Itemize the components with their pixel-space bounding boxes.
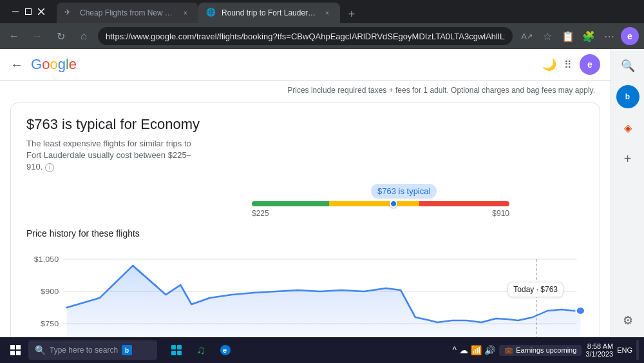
toolbar-right: A↗ ☆ 📋 🧩 ⋯ e xyxy=(518,27,639,45)
tab-2-label: Round trip to Fort Lauderdale |... xyxy=(222,8,317,17)
tray-onedrive-icon[interactable]: ☁ xyxy=(459,345,468,355)
earnings-icon: 💼 xyxy=(504,346,513,355)
tray-wifi-icon[interactable]: 📶 xyxy=(471,345,482,355)
typical-price-card: $763 is typical for Economy The least ex… xyxy=(10,103,600,337)
collections-button[interactable]: 📋 xyxy=(559,27,577,45)
price-bar-row xyxy=(252,201,509,206)
taskbar-search[interactable]: 🔍 Type here to search b xyxy=(28,340,157,360)
taskbar-widgets-button[interactable] xyxy=(165,338,188,362)
google-header-right: 🌙 ⠿ e xyxy=(542,54,600,75)
edge-sidebar: 🔍 b ◈ + ⚙ xyxy=(611,49,644,337)
bing-icon: b xyxy=(122,345,132,355)
today-badge: Today · $763 xyxy=(507,282,564,297)
tab-1-label: Cheap Flights from New York to... xyxy=(80,8,175,17)
taskbar-search-icon: 🔍 xyxy=(35,345,46,355)
prices-note: Prices include required taxes + fees for… xyxy=(0,81,611,97)
taskbar-spotify-button[interactable]: ♫ xyxy=(189,338,213,362)
chart-title: Price history for these flights xyxy=(26,228,584,239)
sidebar-office-icon[interactable]: ◈ xyxy=(616,116,639,139)
system-clock[interactable]: 8:58 AM 3/1/2023 xyxy=(585,342,613,358)
tab-bar: ✈ Cheap Flights from New York to... × 🌐 … xyxy=(0,0,644,23)
price-labels: $225 $910 xyxy=(252,209,509,218)
typical-price-desc: The least expensive flights for similar … xyxy=(26,138,207,173)
tray-volume-icon[interactable]: 🔊 xyxy=(484,345,495,355)
price-history-chart: $1,050 $900 $750 xyxy=(26,246,584,337)
tab-2[interactable]: 🌐 Round trip to Fort Lauderdale |... × xyxy=(198,3,340,23)
taskbar-search-placeholder: Type here to search xyxy=(50,346,118,355)
google-header: ← Google 🌙 ⠿ e xyxy=(0,49,611,81)
tab-2-favicon: 🌐 xyxy=(206,8,216,18)
show-desktop-button[interactable] xyxy=(636,340,639,360)
new-tab-button[interactable]: + xyxy=(343,5,361,23)
page-content: ← Google 🌙 ⠿ e Prices include required t… xyxy=(0,49,644,337)
window-controls xyxy=(10,6,46,17)
user-avatar[interactable]: e xyxy=(580,54,600,75)
svg-text:$900: $900 xyxy=(41,287,59,295)
chart-section: Price history for these flights Today · … xyxy=(26,228,584,337)
svg-rect-21 xyxy=(171,345,176,349)
tray-expand-icon[interactable]: ^ xyxy=(453,345,457,355)
earnings-badge[interactable]: 💼 Earnings upcoming xyxy=(499,345,582,356)
apps-grid-button[interactable]: ⠿ xyxy=(564,59,572,71)
taskbar: 🔍 Type here to search b ♫ e ^ ☁ 📶 xyxy=(0,337,644,363)
tab-1-close[interactable]: × xyxy=(180,8,191,18)
google-back-button[interactable]: ← xyxy=(10,57,23,72)
windows-logo xyxy=(10,345,21,355)
spotify-icon: ♫ xyxy=(196,344,205,357)
main-content: ← Google 🌙 ⠿ e Prices include required t… xyxy=(0,49,611,337)
svg-text:$750: $750 xyxy=(41,319,59,327)
price-label-low: $225 xyxy=(252,209,269,218)
start-button[interactable] xyxy=(5,340,26,360)
price-tooltip-container: $763 is typical xyxy=(252,184,509,199)
browser-chrome: ✈ Cheap Flights from New York to... × 🌐 … xyxy=(0,0,644,49)
home-button[interactable]: ⌂ xyxy=(75,27,93,45)
svg-text:e: e xyxy=(223,346,227,354)
favorites-button[interactable]: ☆ xyxy=(538,27,556,45)
tab-2-close[interactable]: × xyxy=(322,8,332,18)
svg-rect-0 xyxy=(12,12,19,12)
more-button[interactable]: ⋯ xyxy=(600,27,618,45)
taskbar-apps: ♫ e xyxy=(165,338,237,362)
price-label-high: $910 xyxy=(492,209,509,218)
typical-price-title: $763 is typical for Economy xyxy=(26,116,584,133)
price-bar xyxy=(252,201,509,206)
language-indicator: ENG xyxy=(617,346,632,354)
taskbar-edge-button[interactable]: e xyxy=(214,338,237,362)
google-header-left: ← Google xyxy=(10,56,77,73)
svg-rect-1 xyxy=(26,9,32,15)
taskbar-right: ^ ☁ 📶 🔊 💼 Earnings upcoming 8:58 AM 3/1/… xyxy=(453,340,639,360)
svg-rect-24 xyxy=(177,351,182,355)
earnings-label: Earnings upcoming xyxy=(516,346,576,354)
read-mode-button[interactable]: A↗ xyxy=(518,27,536,45)
profile-button[interactable]: e xyxy=(621,27,639,45)
win-close-button[interactable] xyxy=(36,6,46,17)
taskbar-tray: ^ ☁ 📶 🔊 xyxy=(453,345,496,355)
svg-text:$1,050: $1,050 xyxy=(34,255,59,262)
sidebar-add-icon[interactable]: + xyxy=(616,147,639,170)
svg-rect-23 xyxy=(171,351,176,355)
address-input[interactable] xyxy=(98,27,513,45)
price-range-section: $763 is typical $225 $910 xyxy=(252,184,584,218)
clock-date: 3/1/2023 xyxy=(585,350,613,358)
forward-button[interactable]: → xyxy=(28,27,46,45)
refresh-button[interactable]: ↻ xyxy=(52,27,70,45)
svg-point-11 xyxy=(576,307,584,315)
extensions-button[interactable]: 🧩 xyxy=(580,27,598,45)
price-dot xyxy=(390,200,397,208)
google-logo: Google xyxy=(31,56,77,73)
sidebar-bing-icon[interactable]: b xyxy=(616,85,639,108)
tab-1-favicon: ✈ xyxy=(64,8,75,18)
address-bar-row: ← → ↻ ⌂ A↗ ☆ 📋 🧩 ⋯ e xyxy=(0,23,644,49)
tab-1[interactable]: ✈ Cheap Flights from New York to... × xyxy=(57,3,198,23)
price-tooltip: $763 is typical xyxy=(371,184,437,199)
win-maximize-button[interactable] xyxy=(23,6,33,17)
svg-rect-22 xyxy=(177,345,182,349)
chart-container: Today · $763 $1,050 $900 $750 xyxy=(26,246,584,337)
info-icon[interactable]: i xyxy=(45,163,54,172)
sidebar-search-icon[interactable]: 🔍 xyxy=(616,54,639,77)
clock-time: 8:58 AM xyxy=(585,342,613,350)
dark-mode-button[interactable]: 🌙 xyxy=(542,57,556,72)
win-minimize-button[interactable] xyxy=(10,6,21,17)
back-button[interactable]: ← xyxy=(5,27,23,45)
sidebar-settings-icon[interactable]: ⚙ xyxy=(616,309,639,332)
